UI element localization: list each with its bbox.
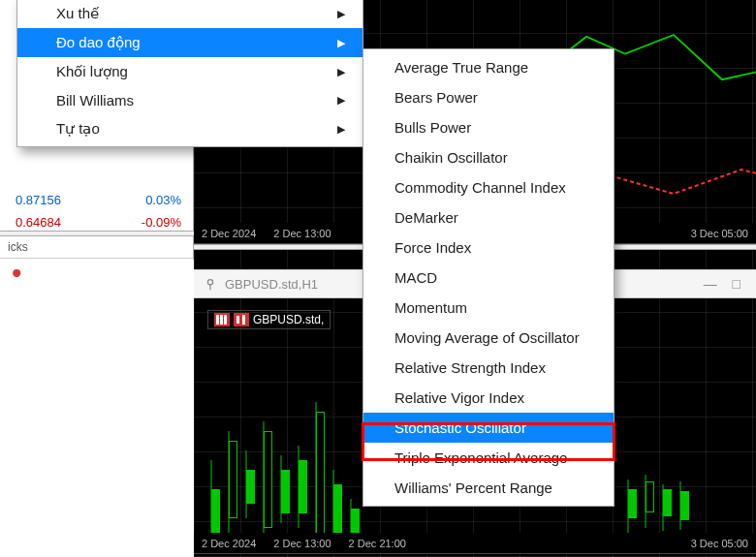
svg-rect-3 (216, 315, 219, 325)
chart-overlay-label: GBPUSD.std, (253, 313, 324, 326)
menu-item-label: Khối lượng (56, 63, 128, 80)
submenu-item[interactable]: Momentum (363, 293, 614, 323)
time-label: 2 Dec 2024 (202, 228, 256, 239)
submenu-item[interactable]: Average True Range (363, 52, 614, 82)
submenu-item-label: Relative Vigor Index (394, 389, 524, 406)
submenu-item-label: Commodity Channel Index (394, 179, 566, 196)
chevron-right-icon: ▶ (337, 66, 345, 78)
menu-item-label: Tự tạo (56, 120, 100, 138)
menu-item[interactable]: Khối lượng▶ (17, 57, 362, 86)
submenu-item-label: Triple Exponential Average (394, 449, 567, 466)
chevron-right-icon: ▶ (337, 37, 345, 49)
chevron-right-icon: ▶ (337, 8, 345, 20)
svg-rect-6 (234, 313, 249, 326)
menu-item[interactable]: Xu thế▶ (17, 0, 362, 28)
submenu-item[interactable]: Bears Power (363, 82, 614, 112)
submenu-item[interactable]: Relative Vigor Index (363, 383, 614, 413)
submenu-item-label: Stochastic Oscillator (394, 419, 526, 436)
time-label: 2 Dec 13:00 (273, 538, 331, 549)
submenu-item[interactable]: Chaikin Oscillator (363, 142, 614, 172)
price-value: 0.64684 (16, 215, 61, 230)
ticks-tab[interactable]: icks (0, 236, 194, 259)
chart-symbol-title: GBPUSD.std,H1 (225, 277, 318, 292)
submenu-item[interactable]: DeMarker (363, 202, 614, 232)
svg-point-0 (207, 280, 212, 285)
window-controls[interactable]: — □ (704, 276, 746, 292)
menu-item[interactable]: Đo dao động▶ (17, 28, 362, 57)
submenu-item-label: Williams' Percent Range (394, 480, 552, 496)
chart-label-overlay: GBPUSD.std, (207, 310, 331, 329)
navigator-panel: • (0, 260, 194, 557)
submenu-item[interactable]: Triple Exponential Average (363, 443, 614, 473)
submenu-item-label: Bulls Power (394, 119, 471, 136)
price-value: 0.87156 (16, 193, 61, 207)
svg-rect-4 (220, 315, 223, 325)
time-label: 2 Dec 13:00 (273, 228, 331, 239)
submenu-item-label: MACD (394, 269, 437, 286)
submenu-item-label: Moving Average of Oscillator (394, 329, 580, 346)
pin-icon[interactable] (204, 277, 217, 291)
indicators-menu: Xu thế▶Đo dao động▶Khối lượng▶Bill Willi… (16, 0, 363, 147)
svg-rect-8 (242, 315, 245, 325)
menu-item-label: Bill Williams (56, 92, 134, 108)
submenu-item[interactable]: Stochastic Oscillator (363, 413, 614, 443)
oscillators-submenu: Average True RangeBears PowerBulls Power… (362, 48, 614, 507)
menu-item-label: Đo dao động (56, 34, 141, 51)
submenu-item[interactable]: Relative Strength Index (363, 353, 614, 383)
time-label: 2 Dec 21:00 (349, 538, 406, 549)
submenu-item[interactable]: Bulls Power (363, 112, 614, 142)
time-label: 3 Dec 05:00 (691, 538, 748, 549)
submenu-item-label: Force Index (394, 239, 471, 256)
table-icon (214, 313, 230, 326)
svg-rect-5 (224, 315, 227, 325)
time-axis-lower: 2 Dec 2024 2 Dec 13:00 2 Dec 21:00 3 Dec… (194, 533, 756, 554)
submenu-item-label: DeMarker (394, 209, 458, 226)
submenu-item[interactable]: MACD (363, 263, 614, 293)
change-value: -0.09% (142, 215, 181, 230)
time-label: 2 Dec 2024 (202, 538, 256, 549)
chevron-right-icon: ▶ (337, 94, 345, 107)
menu-item[interactable]: Tự tạo▶ (17, 114, 362, 143)
submenu-item[interactable]: Commodity Channel Index (363, 172, 614, 202)
submenu-item-label: Average True Range (394, 59, 528, 76)
chevron-right-icon: ▶ (337, 123, 345, 136)
time-label: 3 Dec 05:00 (691, 228, 748, 239)
dot-icon: • (0, 260, 194, 287)
svg-rect-7 (236, 316, 239, 324)
submenu-item-label: Momentum (394, 299, 467, 316)
menu-item[interactable]: Bill Williams▶ (17, 86, 362, 114)
submenu-item[interactable]: Force Index (363, 232, 614, 263)
submenu-item-label: Relative Strength Index (394, 359, 546, 376)
candlestick-icon (234, 313, 249, 326)
submenu-item[interactable]: Moving Average of Oscillator (363, 323, 614, 353)
submenu-item-label: Chaikin Oscillator (394, 149, 508, 166)
market-watch-row[interactable]: 0.87156 0.03% (0, 189, 193, 211)
submenu-item-label: Bears Power (394, 89, 478, 106)
submenu-item[interactable]: Williams' Percent Range (363, 473, 614, 503)
menu-item-label: Xu thế (56, 5, 99, 22)
change-value: 0.03% (145, 193, 181, 207)
